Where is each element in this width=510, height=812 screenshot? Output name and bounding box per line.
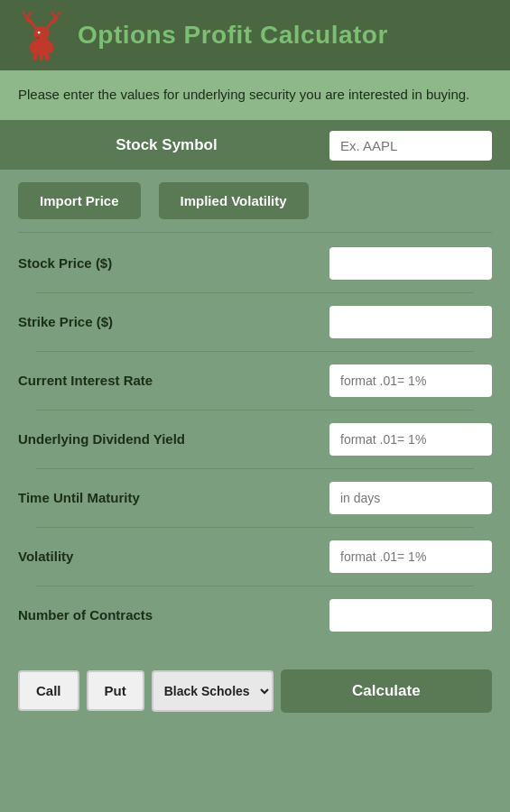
form-row-stock-price: Stock Price ($): [18, 238, 492, 289]
bottom-controls: Call Put Black Scholes Binomial Monte Ca…: [0, 655, 510, 727]
stock-symbol-label: Stock Symbol: [18, 136, 315, 154]
app-title: Options Profit Calculator: [78, 21, 388, 50]
svg-point-15: [36, 36, 40, 39]
stock-symbol-input[interactable]: [329, 131, 492, 161]
stock-price-input[interactable]: [329, 247, 492, 280]
call-button[interactable]: Call: [18, 670, 79, 711]
interest-rate-label: Current Interest Rate: [18, 373, 315, 388]
strike-price-input[interactable]: [329, 306, 492, 338]
svg-rect-11: [32, 54, 37, 60]
svg-line-9: [52, 13, 56, 18]
put-button[interactable]: Put: [87, 670, 144, 711]
calculate-button[interactable]: Calculate: [281, 669, 492, 713]
num-contracts-input[interactable]: [329, 599, 492, 632]
dividend-yield-input[interactable]: [329, 423, 492, 456]
app-container: Options Profit Calculator Please enter t…: [0, 0, 510, 812]
divider-6: [36, 527, 474, 528]
svg-rect-13: [45, 54, 50, 60]
form-row-num-contracts: Number of Contracts: [18, 590, 492, 641]
model-select[interactable]: Black Scholes Binomial Monte Carlo: [152, 670, 274, 712]
num-contracts-label: Number of Contracts: [18, 607, 315, 623]
svg-point-14: [38, 32, 41, 34]
dividend-yield-label: Underlying Dividend Yield: [18, 431, 315, 447]
strike-price-label: Strike Price ($): [18, 314, 315, 329]
form-section: Stock Price ($) Strike Price ($) Current…: [0, 233, 510, 646]
form-row-time-maturity: Time Until Maturity: [18, 473, 492, 523]
intro-text: Please enter the values for underlying s…: [18, 85, 492, 106]
time-maturity-input[interactable]: [329, 482, 492, 514]
stock-symbol-row: Stock Symbol: [0, 122, 510, 170]
stock-price-label: Stock Price ($): [18, 255, 315, 271]
intro-section: Please enter the values for underlying s…: [0, 70, 510, 122]
divider-4: [36, 410, 474, 411]
svg-line-5: [28, 13, 32, 18]
volatility-input[interactable]: [329, 540, 492, 573]
divider-3: [36, 351, 474, 352]
deer-logo-icon: [18, 9, 65, 61]
import-price-button[interactable]: Import Price: [18, 182, 141, 219]
time-maturity-label: Time Until Maturity: [18, 490, 315, 505]
divider-2: [36, 292, 474, 293]
divider-7: [36, 586, 474, 586]
svg-rect-12: [39, 54, 43, 60]
form-row-dividend-yield: Underlying Dividend Yield: [18, 414, 492, 465]
form-row-strike-price: Strike Price ($): [18, 297, 492, 347]
divider-5: [36, 468, 474, 469]
volatility-label: Volatility: [18, 549, 315, 564]
interest-rate-input[interactable]: [329, 364, 492, 397]
implied-volatility-button[interactable]: Implied Volatility: [159, 182, 309, 219]
form-row-volatility: Volatility: [18, 531, 492, 582]
form-row-interest-rate: Current Interest Rate: [18, 355, 492, 406]
action-buttons-row: Import Price Implied Volatility: [0, 170, 510, 232]
header: Options Profit Calculator: [0, 0, 510, 70]
